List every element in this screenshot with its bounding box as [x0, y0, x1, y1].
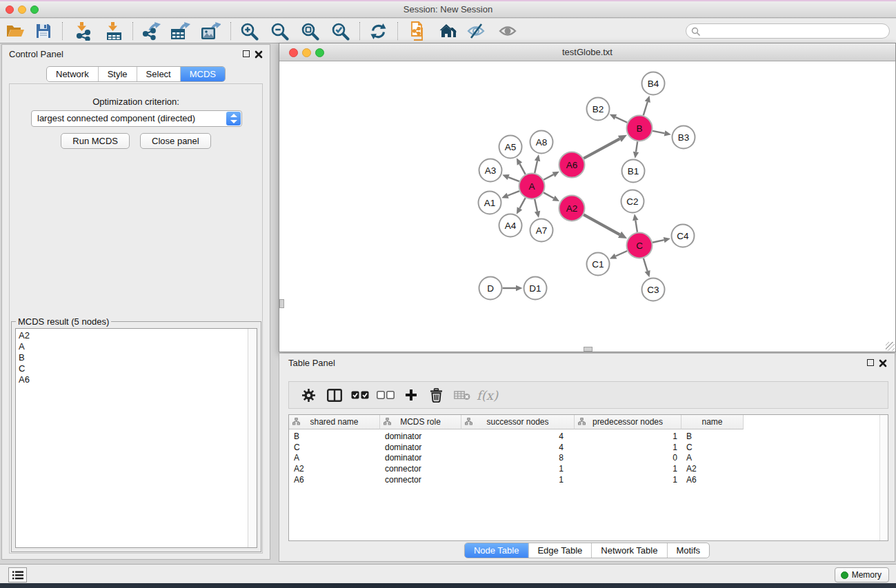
tab-mcds[interactable]: MCDS — [180, 67, 225, 81]
table-cell[interactable]: dominator — [380, 432, 461, 443]
table-scrollbar[interactable] — [879, 415, 888, 540]
tab-network-table[interactable]: Network Table — [591, 543, 666, 558]
show-graphics-details-icon[interactable] — [496, 21, 519, 41]
graph-node-B3[interactable]: B3 — [673, 126, 695, 149]
close-window-button[interactable] — [6, 6, 14, 14]
table-cell[interactable]: dominator — [380, 443, 461, 454]
close-table-panel-icon[interactable] — [879, 358, 887, 367]
minimize-window-button[interactable] — [18, 6, 26, 14]
table-cell[interactable]: dominator — [380, 453, 461, 464]
graph-edge-B-B3[interactable] — [653, 131, 664, 134]
table-cell[interactable]: connector — [380, 464, 461, 475]
resize-grip[interactable] — [886, 342, 895, 351]
graph-node-B1[interactable]: B1 — [622, 160, 645, 183]
mcds-result-item[interactable]: A6 — [16, 374, 257, 385]
graph-edge-A-A2[interactable] — [544, 192, 554, 198]
graph-node-A3[interactable]: A3 — [479, 159, 502, 182]
refresh-layout-icon[interactable] — [366, 21, 390, 41]
table-cell[interactable]: A6 — [289, 475, 380, 486]
network-window-titlebar[interactable]: testGlobe.txt — [279, 43, 895, 61]
run-mcds-button[interactable]: Run MCDS — [61, 133, 130, 149]
duplicate-network-icon[interactable] — [406, 21, 429, 41]
network-canvas[interactable]: B4B2BB3A8A5A6A3B1AC2A1A2A4A7C4CC1DD1C3 — [279, 61, 895, 352]
graph-edge-A-A8[interactable] — [535, 161, 537, 173]
graph-edge-B-B1[interactable] — [636, 141, 637, 152]
criterion-dropdown[interactable]: largest connected component (directed) — [31, 110, 242, 127]
graph-node-D[interactable]: D — [479, 277, 502, 300]
graph-node-C[interactable]: C — [627, 233, 653, 258]
table-cell[interactable]: 4 — [461, 432, 575, 443]
column-header-successor-nodes[interactable]: successor nodes — [461, 415, 575, 429]
table-cell[interactable]: 1 — [461, 464, 575, 475]
table-cell[interactable]: 0 — [575, 453, 681, 464]
float-panel-icon[interactable] — [243, 50, 250, 57]
mcds-result-list[interactable]: A2ABCA6 — [15, 328, 257, 548]
tab-select[interactable]: Select — [137, 67, 180, 81]
table-cell[interactable]: A — [681, 453, 744, 464]
search-field[interactable] — [686, 23, 890, 39]
graph-edge-A-A4[interactable] — [519, 198, 525, 208]
graph-edge-A2-C[interactable] — [584, 214, 619, 234]
graph-edge-A-A6[interactable] — [544, 174, 553, 180]
zoom-selected-icon[interactable] — [328, 21, 352, 41]
zoom-in-icon[interactable] — [237, 21, 261, 41]
table-cell[interactable]: 1 — [575, 443, 681, 454]
deselect-all-icon[interactable] — [372, 391, 398, 399]
table-cell[interactable]: B — [289, 432, 380, 443]
graph-node-A2[interactable]: A2 — [559, 196, 585, 221]
graph-node-A1[interactable]: A1 — [479, 192, 501, 214]
memory-button[interactable]: Memory — [835, 567, 889, 582]
graph-edge-C-C4[interactable] — [653, 240, 664, 243]
graph-node-A[interactable]: A — [519, 174, 545, 199]
open-file-icon[interactable] — [3, 21, 27, 41]
export-image-icon[interactable] — [199, 21, 222, 41]
graph-node-B4[interactable]: B4 — [642, 72, 665, 95]
export-network-icon[interactable] — [139, 21, 163, 41]
import-network-icon[interactable] — [72, 21, 95, 41]
table-cell[interactable]: 1 — [575, 475, 681, 486]
graph-node-B2[interactable]: B2 — [587, 98, 610, 121]
float-table-panel-icon[interactable] — [867, 359, 874, 366]
import-table-icon[interactable] — [103, 21, 126, 41]
export-table-icon[interactable] — [168, 21, 192, 41]
graph-node-A8[interactable]: A8 — [530, 131, 553, 154]
table-cell[interactable]: 4 — [461, 443, 575, 454]
delete-table-icon[interactable] — [449, 390, 475, 401]
search-input[interactable] — [703, 25, 885, 37]
result-scrollbar[interactable] — [248, 329, 257, 547]
graph-edge-A-A3[interactable] — [508, 177, 519, 181]
dropdown-stepper-icon[interactable] — [226, 112, 241, 125]
graph-edge-C-C3[interactable] — [644, 258, 648, 272]
create-column-icon[interactable] — [398, 389, 424, 401]
hide-graphics-details-icon[interactable] — [464, 21, 488, 41]
table-cell[interactable]: C — [289, 443, 380, 454]
tab-node-table[interactable]: Node Table — [465, 543, 528, 558]
column-header-predecessor-nodes[interactable]: predecessor nodes — [575, 415, 681, 429]
tab-edge-table[interactable]: Edge Table — [528, 543, 591, 558]
graph-node-C3[interactable]: C3 — [642, 278, 665, 301]
horizontal-scroll-nub[interactable] — [584, 347, 593, 352]
zoom-network-button[interactable] — [315, 48, 324, 57]
column-header-MCDS-role[interactable]: MCDS role — [380, 415, 461, 429]
table-cell[interactable]: A2 — [289, 464, 380, 475]
table-cell[interactable]: 1 — [461, 475, 575, 486]
minimize-network-button[interactable] — [302, 48, 311, 57]
graph-node-C1[interactable]: C1 — [587, 253, 610, 276]
close-panel-button[interactable]: Close panel — [140, 133, 211, 149]
graph-node-A4[interactable]: A4 — [499, 214, 522, 237]
graph-edge-C-C2[interactable] — [635, 221, 637, 232]
table-cell[interactable]: A2 — [681, 464, 744, 475]
close-network-button[interactable] — [289, 48, 298, 57]
zoom-window-button[interactable] — [30, 6, 39, 14]
table-cell[interactable]: B — [681, 432, 744, 443]
graph-node-D1[interactable]: D1 — [524, 277, 547, 300]
tab-network[interactable]: Network — [47, 67, 98, 81]
table-cell[interactable]: 1 — [575, 432, 681, 443]
mcds-result-item[interactable]: A2 — [16, 330, 257, 341]
table-cell[interactable]: connector — [380, 475, 461, 486]
graph-edge-A-A1[interactable] — [508, 191, 519, 196]
column-header-name[interactable]: name — [681, 415, 744, 429]
table-options-gear-icon[interactable] — [296, 388, 321, 403]
graph-node-A7[interactable]: A7 — [530, 219, 553, 242]
graph-edge-A6-B[interactable] — [584, 139, 619, 158]
